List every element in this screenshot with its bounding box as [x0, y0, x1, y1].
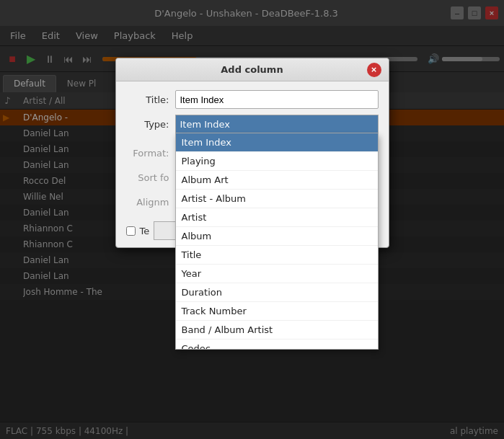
dropdown-item-7[interactable]: Year — [176, 265, 378, 283]
main-window: D'Angelo - Unshaken - DeaDBeeF-1.8.3 – □… — [0, 0, 504, 439]
dropdown-item-8[interactable]: Duration — [176, 283, 378, 302]
dropdown-item-9[interactable]: Track Number — [176, 302, 378, 321]
dropdown-item-5[interactable]: Album — [176, 227, 378, 246]
dropdown-list: Item IndexPlayingAlbum ArtArtist - Album… — [175, 133, 379, 350]
text-checkbox[interactable] — [126, 226, 136, 236]
dropdown-item-11[interactable]: Codec — [176, 340, 378, 350]
text-checkbox-label: Te — [140, 226, 150, 236]
dropdown-item-6[interactable]: Title — [176, 246, 378, 265]
type-field-label: Type: — [126, 119, 169, 130]
modal-body: Title: Type: Item Index Item IndexPlayin… — [116, 81, 389, 143]
title-row: Title: — [126, 90, 379, 109]
dropdown-item-10[interactable]: Band / Album Artist — [176, 321, 378, 340]
type-dropdown[interactable]: Item Index Item IndexPlayingAlbum ArtArt… — [175, 115, 379, 133]
align-label: Alignm — [126, 197, 169, 208]
title-field-label: Title: — [126, 94, 169, 105]
dropdown-item-0[interactable]: Item Index — [176, 133, 378, 152]
dropdown-item-2[interactable]: Album Art — [176, 171, 378, 190]
dropdown-item-4[interactable]: Artist — [176, 208, 378, 227]
modal-close-button[interactable]: × — [367, 63, 381, 77]
dropdown-item-3[interactable]: Artist - Album — [176, 190, 378, 208]
modal-title: Add column — [138, 64, 367, 75]
type-row: Type: Item Index Item IndexPlayingAlbum … — [126, 115, 379, 133]
format-label: Format: — [126, 148, 169, 159]
dropdown-item-1[interactable]: Playing — [176, 152, 378, 171]
modal-header: Add column × — [116, 58, 389, 81]
add-column-dialog: Add column × Title: Type: Item Index — [115, 58, 389, 248]
modal-overlay: Add column × Title: Type: Item Index — [0, 0, 504, 439]
sort-label: Sort fo — [126, 172, 169, 183]
title-input[interactable] — [175, 90, 379, 109]
dropdown-selected-value[interactable]: Item Index — [175, 115, 379, 133]
